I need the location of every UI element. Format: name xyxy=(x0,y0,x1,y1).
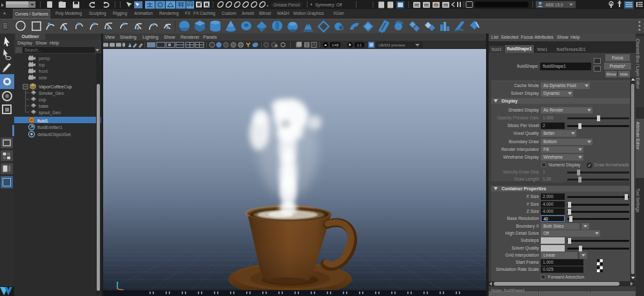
svg-text:1/48: 1/48 xyxy=(332,43,339,47)
svg-text:Symmetry: Off: Symmetry: Off xyxy=(315,3,342,8)
svg-text:UE/D3 preview: UE/D3 preview xyxy=(378,43,405,47)
svg-text:spout_Geo: spout_Geo xyxy=(39,110,61,115)
svg-text:VaporCoffeeCup: VaporCoffeeCup xyxy=(39,84,72,90)
svg-text:ABB 15.0: ABB 15.0 xyxy=(545,3,563,7)
svg-text:Smoke_Geo: Smoke_Geo xyxy=(39,91,64,96)
svg-text:cup: cup xyxy=(39,97,46,103)
svg-text:top: top xyxy=(39,63,45,68)
svg-text:fluid1: fluid1 xyxy=(37,119,48,123)
svg-text:front: front xyxy=(39,69,48,74)
svg-text:base: base xyxy=(39,104,48,108)
svg-text:persp: persp xyxy=(39,56,50,61)
svg-text:side: side xyxy=(39,75,47,80)
svg-text:Grease Pencil: Grease Pencil xyxy=(273,3,300,7)
svg-text:defaultObjectSet: defaultObjectSet xyxy=(37,132,71,137)
svg-text:fluidEmitter1: fluidEmitter1 xyxy=(37,125,63,130)
svg-text:1:1: 1:1 xyxy=(357,43,362,47)
